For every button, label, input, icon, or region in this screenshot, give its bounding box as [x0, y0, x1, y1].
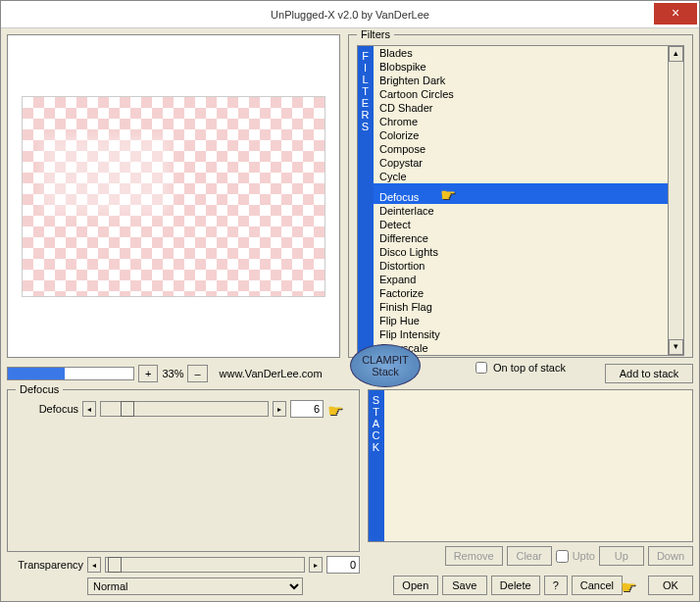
app-window: UnPlugged-X v2.0 by VanDerLee × Filters …	[0, 0, 700, 602]
up-button[interactable]: Up	[599, 546, 644, 566]
filter-item[interactable]: Difference	[374, 231, 668, 245]
hand-cursor-icon	[327, 400, 351, 418]
remove-button[interactable]: Remove	[445, 546, 503, 566]
scroll-up-button[interactable]: ▴	[669, 46, 683, 62]
zoom-value: 33%	[162, 368, 183, 379]
filters-scrollbar[interactable]: ▴ ▾	[668, 46, 683, 355]
add-to-stack-button[interactable]: Add to stack	[605, 364, 693, 383]
filter-item[interactable]: Flip Hue	[374, 314, 668, 327]
ok-button[interactable]: OK	[648, 576, 693, 595]
stack-panel: STACK	[368, 389, 693, 542]
defocus-value-input[interactable]	[290, 400, 324, 418]
defocus-decrease-button[interactable]: ◂	[82, 401, 96, 417]
preview-panel	[7, 34, 340, 358]
filter-item[interactable]: Chrome	[374, 115, 668, 128]
transparency-value-input[interactable]	[326, 556, 360, 574]
zoom-minus-button[interactable]: –	[187, 365, 207, 382]
open-button[interactable]: Open	[393, 576, 438, 595]
filter-item[interactable]: Blades	[374, 46, 668, 60]
filter-item[interactable]: Cycle	[374, 170, 668, 183]
help-button[interactable]: ?	[544, 576, 568, 595]
filter-item[interactable]: Compose	[374, 142, 668, 156]
transparency-label: Transparency	[7, 559, 83, 571]
defocus-label: Defocus	[16, 403, 78, 415]
stack-list[interactable]	[384, 390, 692, 541]
transparency-increase-button[interactable]: ▸	[309, 557, 323, 573]
delete-button[interactable]: Delete	[491, 576, 540, 595]
filter-item[interactable]: Brighten Dark	[374, 74, 668, 87]
filter-item[interactable]: Cartoon Circles	[374, 87, 668, 101]
filters-group: Filters FILTERS BladesBlobspikeBrighten …	[348, 34, 693, 358]
filter-item[interactable]: Factorize	[374, 286, 668, 300]
preview-image[interactable]	[22, 96, 325, 297]
filter-item[interactable]: Defocus	[374, 183, 668, 204]
defocus-legend: Defocus	[16, 383, 63, 395]
scroll-down-button[interactable]: ▾	[669, 339, 683, 355]
cancel-button[interactable]: Cancel	[572, 576, 623, 595]
close-button[interactable]: ×	[654, 3, 697, 25]
window-title: UnPlugged-X v2.0 by VanDerLee	[271, 9, 429, 21]
filters-list[interactable]: BladesBlobspikeBrighten DarkCartoon Circ…	[374, 46, 668, 355]
defocus-increase-button[interactable]: ▸	[273, 401, 286, 417]
filter-item[interactable]: CD Shader	[374, 101, 668, 115]
filter-item[interactable]: Colorize	[374, 128, 668, 142]
filter-item[interactable]: Copystar	[374, 156, 668, 170]
blend-mode-select[interactable]: Normal	[87, 577, 303, 595]
upto-label: Upto	[573, 550, 595, 562]
filter-item[interactable]: Grayscale	[374, 341, 668, 355]
website-link[interactable]: www.VanDerLee.com	[220, 368, 323, 379]
stack-badge: CLAMPIT Stack	[350, 344, 421, 387]
transparency-thumb[interactable]	[108, 557, 122, 573]
filter-item[interactable]: Disco Lights	[374, 245, 668, 259]
defocus-thumb[interactable]	[121, 401, 134, 417]
filter-item[interactable]: Detect	[374, 218, 668, 231]
filter-item[interactable]: Distortion	[374, 259, 668, 273]
down-button[interactable]: Down	[648, 546, 693, 566]
titlebar: UnPlugged-X v2.0 by VanDerLee ×	[1, 1, 699, 28]
hand-cursor-icon	[440, 184, 464, 202]
filter-item[interactable]: Finish Flag	[374, 300, 668, 314]
stack-vlabel: STACK	[369, 390, 384, 541]
transparency-decrease-button[interactable]: ◂	[87, 557, 101, 573]
filter-item[interactable]: Flip Intensity	[374, 327, 668, 341]
filters-legend: Filters	[357, 28, 394, 40]
defocus-group: Defocus Defocus ◂ ▸	[7, 389, 360, 552]
clear-button[interactable]: Clear	[507, 546, 552, 566]
filter-item[interactable]: Expand	[374, 273, 668, 286]
filters-vlabel: FILTERS	[358, 46, 374, 355]
zoom-slider[interactable]	[7, 367, 134, 380]
zoom-plus-button[interactable]: +	[138, 365, 158, 382]
transparency-slider[interactable]	[105, 557, 305, 573]
filter-item[interactable]: Blobspike	[374, 60, 668, 74]
defocus-slider[interactable]	[100, 401, 269, 417]
hand-cursor-icon	[621, 577, 644, 594]
preview-blur-region	[42, 136, 170, 215]
save-button[interactable]: Save	[442, 576, 487, 595]
filter-item[interactable]: Deinterlace	[374, 204, 668, 218]
upto-checkbox[interactable]	[556, 550, 569, 563]
